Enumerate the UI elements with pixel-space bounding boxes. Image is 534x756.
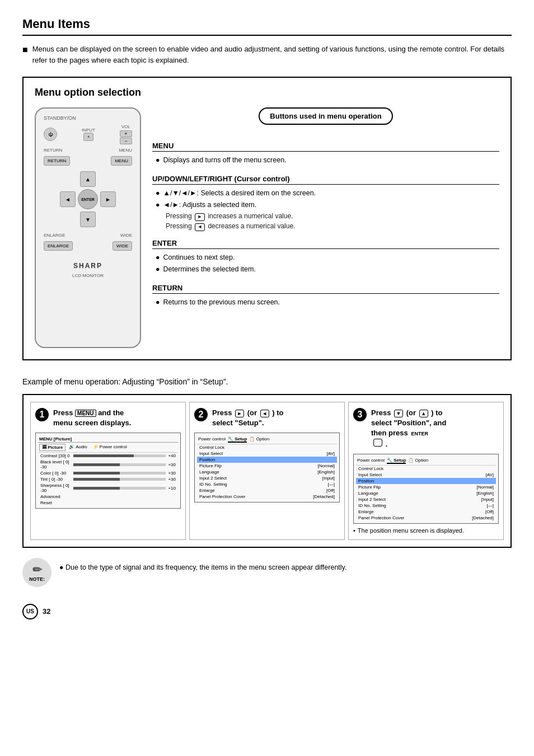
standby-btn[interactable]: ⏻ bbox=[44, 128, 57, 141]
step3-tab-setup: 🔧 Setup bbox=[387, 458, 406, 464]
step-1-instruction: Press MENU and themenu screen displays. bbox=[53, 408, 131, 428]
wide-label: WIDE bbox=[120, 233, 132, 238]
dpad-down-btn[interactable]: ▼ bbox=[80, 212, 96, 227]
cursor-sub1: Pressing ► increases a numerical value. bbox=[152, 211, 499, 221]
s2-lang-val: [English] bbox=[317, 469, 335, 475]
page-title: Menu Items bbox=[22, 17, 512, 36]
vol-up-btn[interactable]: + bbox=[120, 130, 132, 137]
page-number: 32 bbox=[43, 607, 50, 616]
dpad-enter-btn[interactable]: ENTER bbox=[78, 189, 98, 209]
return-desc-text: Returns to the previous menu screen. bbox=[163, 297, 280, 308]
step3-or: (or bbox=[406, 408, 418, 417]
s2-id-label: ID No. Setting bbox=[199, 482, 227, 487]
s2-is-label: Input Select bbox=[199, 451, 223, 456]
step1-row-blacklevel: Black level [ 0] -30 +30 bbox=[38, 459, 178, 470]
step1-black-bar bbox=[73, 463, 166, 466]
cursor-desc-item1: ● ▲/▼/◄/►: Selects a desired item on the… bbox=[152, 188, 499, 199]
step1-tint-bar bbox=[73, 478, 166, 481]
step3-note-bullet: • bbox=[353, 527, 355, 534]
s2-cl-label: Control Lock bbox=[199, 445, 224, 450]
step2-right-btn: ► bbox=[235, 410, 244, 417]
step1-row-reset: Reset bbox=[38, 500, 178, 506]
step2-left-btn: ◄ bbox=[260, 410, 269, 417]
step1-row-tint: Tint [ 0] -30 +30 bbox=[38, 476, 178, 482]
right-arrow-inline-btn: ► bbox=[195, 213, 205, 221]
vol-down-btn[interactable]: − bbox=[120, 138, 132, 144]
menu-btn[interactable]: MENU bbox=[111, 156, 132, 166]
cursor-sub2-end: decreases a numerical value. bbox=[208, 222, 295, 230]
step3-tab-power: Power control bbox=[357, 458, 385, 464]
step1-contrast-label: Contrast [30] 0 bbox=[40, 453, 71, 458]
s3-pp-label: Panel Protection Cover bbox=[358, 515, 404, 520]
step1-menu-btn: MENU bbox=[75, 410, 96, 417]
page-footer: US 32 bbox=[22, 604, 512, 619]
enter-section-title: ENTER bbox=[152, 239, 499, 249]
enter-desc-item1: ● Continues to next step. bbox=[152, 252, 499, 263]
cursor-desc2-text: ◄/►: Adjusts a selected item. bbox=[163, 200, 256, 210]
s2-pp-val: [Detached] bbox=[313, 494, 335, 499]
step2-language: Language[English] bbox=[197, 469, 337, 475]
dpad: ▲ ◄ ENTER ► ▼ bbox=[60, 171, 116, 227]
s3-lang-val: [English] bbox=[476, 491, 494, 496]
dpad-left-btn[interactable]: ◄ bbox=[60, 191, 76, 207]
note-text: ● Due to the type of signal and its freq… bbox=[59, 558, 346, 573]
menu-desc-text: Displays and turns off the menu screen. bbox=[163, 155, 287, 166]
step1-color-bar bbox=[73, 472, 166, 475]
step1-sharp-bar bbox=[73, 487, 166, 490]
step-2: 2 Press ► (or ◄ ) toselect "Setup". Powe… bbox=[189, 402, 345, 540]
enlarge-btn[interactable]: ENLARGE bbox=[44, 241, 73, 251]
step3-text1: Press bbox=[371, 408, 393, 417]
menu-desc-item: ● Displays and turns off the menu screen… bbox=[152, 155, 499, 166]
cursor-sub2-text: Pressing bbox=[166, 222, 194, 230]
step3-position-note: • The position menu screen is displayed. bbox=[353, 527, 499, 534]
s3-id-val: [—] bbox=[487, 503, 494, 508]
step3-screen: Power control 🔧 Setup 📋 Option Control L… bbox=[353, 454, 499, 524]
cursor-sub1-end: increases a numerical value. bbox=[208, 212, 293, 220]
menu-section-title: MENU bbox=[152, 142, 499, 152]
step3-enter-label-super: ENTER bbox=[411, 431, 428, 436]
s2-pf-val: [Normal] bbox=[318, 463, 335, 468]
s2-id-val: [—] bbox=[328, 482, 335, 487]
s2-i2-label: Input 2 Select bbox=[199, 476, 227, 481]
step2-tab-option: 📋 Option bbox=[249, 436, 269, 443]
note-icon: ✏ NOTE: bbox=[22, 558, 51, 587]
input-btn[interactable]: + bbox=[83, 133, 94, 141]
return-menu-label-row: RETURN MENU bbox=[41, 148, 134, 153]
intro-section: ■ Menus can be displayed on the screen t… bbox=[22, 44, 512, 65]
step1-tabs: 🖼 Picture 🔊 Audio ⚡ Power control bbox=[38, 443, 178, 453]
cursor-sub1-text: Pressing bbox=[166, 212, 194, 220]
step1-tab-power: ⚡ Power control bbox=[91, 444, 129, 451]
dpad-right-btn[interactable]: ► bbox=[100, 191, 116, 207]
return-section-title: RETURN bbox=[152, 284, 499, 294]
enter-desc-section: ENTER ● Continues to next step. ● Determ… bbox=[152, 239, 499, 276]
step1-screen: MENU [Picture] 🖼 Picture 🔊 Audio ⚡ Power… bbox=[35, 433, 181, 509]
step1-tint-val: +30 bbox=[168, 477, 176, 482]
left-arrow-inline-btn: ◄ bbox=[195, 223, 205, 231]
enter-desc1-text: Continues to next step. bbox=[163, 252, 235, 263]
note-content: Due to the type of signal and its freque… bbox=[65, 564, 346, 571]
dpad-up-btn[interactable]: ▲ bbox=[80, 171, 96, 187]
return-btn[interactable]: RETURN bbox=[44, 156, 70, 166]
cursor-desc-item2: ● ◄/►: Adjusts a selected item. bbox=[152, 200, 499, 210]
wide-btn[interactable]: WIDE bbox=[113, 241, 132, 251]
step3-up-btn: ▲ bbox=[419, 410, 428, 417]
intro-text: Menus can be displayed on the screen to … bbox=[32, 44, 512, 65]
step2-picture-flip: Picture Flip[Normal] bbox=[197, 463, 337, 469]
s3-i2-label: Input 2 Select bbox=[358, 497, 386, 502]
step3-note-text: The position menu screen is displayed. bbox=[358, 527, 464, 534]
s2-en-label: Enlarge bbox=[199, 488, 215, 493]
step-3-instruction: Press ▼ (or ▲ ) toselect "Position", and… bbox=[371, 408, 446, 449]
step1-row-sharpness: Sharpness [ 0] -30 +10 bbox=[38, 482, 178, 494]
step2-text1: Press bbox=[212, 408, 234, 417]
s3-pos-label: Position bbox=[358, 478, 374, 483]
step1-black-val: +30 bbox=[168, 462, 176, 467]
return-desc-section: RETURN ● Returns to the previous menu sc… bbox=[152, 284, 499, 309]
step1-tab-picture: 🖼 Picture bbox=[39, 444, 65, 451]
step-3-number: 3 bbox=[353, 408, 367, 421]
step2-input2: Input 2 Select[Input] bbox=[197, 475, 337, 481]
enlarge-wide-btn-row: ENLARGE WIDE bbox=[41, 241, 134, 251]
s3-pf-label: Picture Flip bbox=[358, 485, 381, 490]
step2-enlarge: Enlarge[Off] bbox=[197, 487, 337, 494]
s3-pp-val: [Detached] bbox=[472, 515, 494, 520]
s2-lang-label: Language bbox=[199, 469, 219, 475]
